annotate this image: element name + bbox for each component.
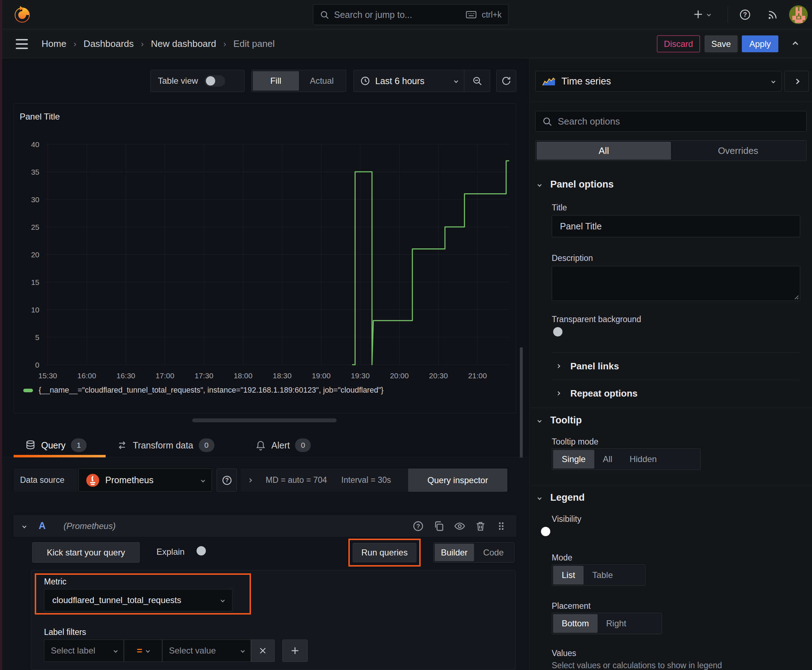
legend-mode-table[interactable]: Table [583,566,621,584]
panel-options-header[interactable]: Panel options [538,179,614,190]
breadcrumb-home[interactable]: Home [42,38,66,49]
panel-links-section[interactable]: Panel links [557,357,619,375]
topbar-divider [727,7,728,22]
legend-placement-bottom[interactable]: Bottom [553,614,598,633]
time-range-label: Last 6 hours [375,76,425,86]
breadcrumb-new-dashboard[interactable]: New dashboard [151,38,216,49]
fill-actual-switch: Fill Actual [251,70,346,92]
refresh-button[interactable] [496,70,516,92]
save-button[interactable]: Save [705,36,737,52]
toggle-knob [541,527,550,536]
legend-placement-switch: Bottom Right [552,613,662,634]
title-input[interactable]: Panel Title [552,215,800,237]
tooltip-header-label: Tooltip [550,415,582,426]
fill-option[interactable]: Fill [253,71,299,91]
description-textarea[interactable] [552,266,800,301]
tab-overrides[interactable]: Overrides [671,142,805,160]
metric-select[interactable]: cloudflared_tunnel_total_requests [44,589,232,611]
new-menu-button[interactable] [692,8,710,20]
chevron-down-icon [114,648,117,653]
apply-button[interactable]: Apply [742,36,778,52]
tooltip-mode-all[interactable]: All [594,450,621,469]
y-axis-tick: 25 [31,223,39,231]
breadcrumb-dashboards[interactable]: Dashboards [83,38,134,49]
tooltip-mode-label: Tooltip mode [552,437,598,447]
legend-header[interactable]: Legend [538,492,585,503]
builder-option[interactable]: Builder [435,544,474,561]
legend-values-label: Values [552,648,576,658]
tab-transform-data[interactable]: Transform data 0 [117,438,214,452]
menu-button[interactable] [16,39,30,49]
tooltip-mode-hidden[interactable]: Hidden [621,450,665,469]
svg-text:?: ? [416,523,420,530]
operator-dropdown[interactable]: = [124,640,162,662]
repeat-options-section[interactable]: Repeat options [557,385,637,402]
collapse-options-pane-button[interactable] [785,71,809,91]
transform-icon [117,440,127,451]
actual-option[interactable]: Actual [299,71,345,91]
chevron-down-icon [771,79,775,83]
tooltip-header[interactable]: Tooltip [538,415,582,426]
code-option[interactable]: Code [474,544,514,561]
tab-alert[interactable]: Alert 0 [255,438,311,452]
panel-title[interactable]: Panel Title [20,112,60,122]
x-axis-tick: 16:00 [77,372,96,380]
legend-header-label: Legend [550,492,585,503]
news-button[interactable] [766,8,778,21]
tooltip-mode-single[interactable]: Single [553,450,594,469]
panel-resize-handle[interactable] [192,418,337,422]
help-button[interactable]: ? [739,8,751,21]
time-range-picker[interactable]: Last 6 hours [354,76,464,86]
options-search-input[interactable]: Search options [535,111,807,132]
tab-query[interactable]: Query 1 [25,438,86,452]
legend-mode-list[interactable]: List [553,566,583,584]
select-value-dropdown[interactable]: Select value [162,640,251,662]
duplicate-query-icon[interactable] [433,520,445,532]
x-axis-tick: 15:30 [38,372,57,380]
kick-start-query-button[interactable]: Kick start your query [32,542,140,563]
help-icon: ? [222,475,232,486]
run-queries-button[interactable]: Run queries [353,543,416,562]
top-bar: Search or jump to... ctrl+k ? [0,0,812,29]
delete-query-trash-icon[interactable] [475,520,486,532]
visualization-picker[interactable]: Time series [535,71,781,91]
metric-value: cloudflared_tunnel_total_requests [52,595,181,605]
zoom-out-button[interactable] [464,70,490,91]
title-input-value: Panel Title [560,221,602,232]
help-icon[interactable]: ? [412,520,424,532]
select-label-dropdown[interactable]: Select label [44,640,124,662]
time-series-chart[interactable]: 051015202530354015:3016:0016:3017:0017:3… [14,138,517,385]
discard-button[interactable]: Discard [657,36,700,52]
toggle-visibility-eye-icon[interactable] [454,520,465,532]
clock-icon [360,76,370,86]
editor-tabs: Query 1 Transform data 0 Alert 0 [0,435,529,457]
query-row-header[interactable]: A (Prometheus) ? [14,515,516,537]
query-options-strip[interactable]: MD = auto = 704 Interval = 30s [241,469,408,492]
remove-filter-button[interactable] [251,640,275,662]
grafana-logo[interactable] [13,5,32,24]
table-view-toggle[interactable] [204,75,225,86]
chevron-down-icon [220,598,224,602]
query-inspector-button[interactable]: Query inspector [408,469,507,492]
search-icon [542,116,552,126]
all-overrides-switch: All Overrides [535,140,807,161]
drag-handle-icon[interactable] [495,520,507,532]
interval: Interval = 30s [341,475,391,485]
x-axis-tick: 17:00 [155,372,175,380]
search-placeholder: Search or jump to... [334,10,412,20]
chevron-down-icon [201,478,205,482]
repeat-options-label: Repeat options [570,388,637,399]
data-source-picker[interactable]: Prometheus [78,469,212,492]
legend-placement-right[interactable]: Right [598,614,635,633]
collapse-header-button[interactable] [793,42,798,47]
chart-legend[interactable]: {__name__="cloudflared_tunnel_total_requ… [23,386,383,395]
tab-all[interactable]: All [537,142,671,160]
search-input[interactable]: Search or jump to... ctrl+k [313,4,509,25]
legend-values-hint: Select values or calculations to show in… [552,661,722,670]
series-line [353,161,509,365]
active-tab-underline [14,455,106,457]
data-source-help-button[interactable]: ? [217,469,237,492]
add-filter-button[interactable] [283,640,308,662]
user-avatar[interactable] [789,5,808,24]
plus-icon [290,646,300,656]
